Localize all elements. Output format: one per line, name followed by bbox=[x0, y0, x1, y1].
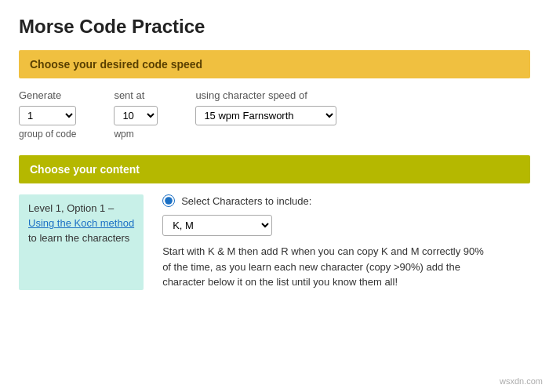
watermark: wsxdn.com bbox=[500, 376, 543, 386]
char-speed-col: using character speed of 15 wpm Farnswor… bbox=[195, 89, 336, 125]
char-speed-label: using character speed of bbox=[195, 89, 336, 101]
right-panel: Select Characters to include: K, M K, M,… bbox=[162, 194, 530, 290]
sent-at-select[interactable]: 5 10 15 20 25 bbox=[114, 106, 158, 125]
level-title: Level 1, Option 1 – bbox=[28, 202, 134, 214]
group-of-code-label: group of code bbox=[19, 129, 76, 140]
page-title: Morse Code Practice bbox=[19, 16, 530, 38]
generate-row: Generate 1 2 3 4 5 group of code sent at… bbox=[19, 89, 530, 140]
generate-col: Generate 1 2 3 4 5 group of code bbox=[19, 89, 76, 140]
content-section: Choose your content Level 1, Option 1 – … bbox=[19, 155, 530, 290]
content-body: Level 1, Option 1 – Using the Koch metho… bbox=[19, 194, 530, 290]
select-chars-label: Select Characters to include: bbox=[181, 195, 311, 207]
wpm-label: wpm bbox=[114, 129, 158, 140]
link-subtitle: to learn the characters bbox=[28, 232, 134, 244]
speed-section: Choose your desired code speed Generate … bbox=[19, 50, 530, 140]
char-speed-select[interactable]: 15 wpm Farnsworth 20 wpm Farnsworth 25 w… bbox=[195, 106, 336, 125]
description-text: Start with K & M then add R when you can… bbox=[162, 244, 492, 290]
content-section-header: Choose your content bbox=[19, 155, 530, 183]
character-select[interactable]: K, M K, M, R K, M, R, S K, M, R, S, U bbox=[162, 215, 272, 236]
sent-at-label: sent at bbox=[114, 89, 158, 101]
sent-at-col: sent at 5 10 15 20 25 wpm bbox=[114, 89, 158, 140]
select-chars-radio[interactable] bbox=[162, 194, 175, 207]
generate-select[interactable]: 1 2 3 4 5 bbox=[19, 106, 76, 125]
left-panel: Level 1, Option 1 – Using the Koch metho… bbox=[19, 194, 144, 290]
generate-label: Generate bbox=[19, 89, 76, 101]
koch-method-link[interactable]: Using the Koch method bbox=[28, 217, 134, 229]
speed-section-header: Choose your desired code speed bbox=[19, 50, 530, 78]
radio-row: Select Characters to include: bbox=[162, 194, 530, 207]
